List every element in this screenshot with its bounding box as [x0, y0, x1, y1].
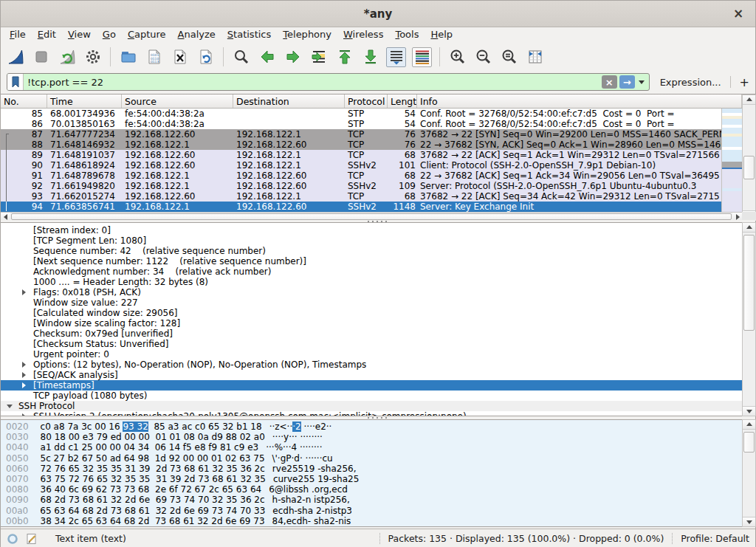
- detail-line[interactable]: [Stream index: 0]: [1, 225, 742, 235]
- bytes-vertical-scrollbar[interactable]: [742, 419, 756, 527]
- hex-row[interactable]: 003080 18 00 e3 79 ed 00 00 01 01 08 0a …: [1, 432, 756, 442]
- menu-telephony[interactable]: Telephony: [277, 27, 337, 44]
- menu-file[interactable]: File: [4, 27, 32, 44]
- menu-go[interactable]: Go: [97, 27, 122, 44]
- packet-row[interactable]: 8871.648146932192.168.122.1192.168.122.6…: [1, 140, 721, 150]
- hex-row[interactable]: 00b038 34 2c 65 63 64 68 2d 73 68 61 32 …: [1, 516, 756, 526]
- detail-line[interactable]: [Window size scaling factor: 128]: [1, 318, 742, 328]
- add-filter-button[interactable]: +: [740, 75, 749, 89]
- detail-line[interactable]: SSH Protocol: [1, 401, 742, 411]
- close-window-button[interactable]: ×: [730, 5, 746, 21]
- menu-view[interactable]: View: [62, 27, 97, 44]
- reload-file-icon[interactable]: [196, 47, 216, 67]
- filter-clear-button[interactable]: ×: [602, 75, 617, 89]
- profile-button[interactable]: Profile: Default: [681, 533, 749, 544]
- scroll-up-button[interactable]: [743, 223, 755, 233]
- packet-row[interactable]: 8971.648191037192.168.122.60192.168.122.…: [1, 150, 721, 160]
- filter-bookmark-icon[interactable]: [7, 74, 24, 90]
- detail-line[interactable]: Options: (12 bytes), No-Operation (NOP),…: [1, 359, 742, 370]
- detail-line[interactable]: [Calculated window size: 29056]: [1, 308, 742, 318]
- expand-icon[interactable]: [22, 382, 26, 388]
- packet-row[interactable]: 8568.001734936fe:54:00:d4:38:2aSTP54Conf…: [1, 109, 721, 119]
- next-packet-icon[interactable]: [283, 47, 303, 67]
- packet-row[interactable]: 8670.013850163fe:54:00:d4:38:2aSTP54Conf…: [1, 119, 721, 129]
- expand-icon[interactable]: [22, 362, 26, 368]
- open-file-folder-icon[interactable]: [118, 47, 138, 67]
- menu-edit[interactable]: Edit: [32, 27, 62, 44]
- detail-line[interactable]: Window size value: 227: [1, 297, 742, 308]
- scroll-up-button[interactable]: [743, 420, 755, 430]
- packet-list-vertical-scrollbar[interactable]: [742, 94, 756, 221]
- scroll-up-button[interactable]: [743, 95, 755, 105]
- menu-tools[interactable]: Tools: [389, 27, 425, 44]
- detail-line[interactable]: Urgent pointer: 0: [1, 349, 742, 359]
- display-filter-input[interactable]: [24, 74, 602, 90]
- scroll-down-button[interactable]: [743, 406, 755, 416]
- expand-icon[interactable]: [22, 372, 26, 378]
- go-to-packet-icon[interactable]: [309, 47, 329, 67]
- packet-row[interactable]: 8771.647777234192.168.122.60192.168.122.…: [1, 129, 721, 140]
- close-file-icon[interactable]: [170, 47, 190, 67]
- detail-line[interactable]: [Timestamps]: [1, 380, 742, 391]
- previous-packet-icon[interactable]: [257, 47, 277, 67]
- scrollbar-thumb[interactable]: [743, 235, 755, 331]
- hex-row[interactable]: 006072 76 65 32 35 35 31 39 2d 73 68 61 …: [1, 464, 756, 474]
- scrollbar-thumb[interactable]: [743, 156, 755, 179]
- packet-row[interactable]: 9071.648618924192.168.122.60192.168.122.…: [1, 160, 721, 171]
- menu-statistics[interactable]: Statistics: [221, 27, 277, 44]
- colorize-icon[interactable]: [412, 47, 432, 67]
- detail-line[interactable]: SSH Version 2 (encryption:chacha20-poly1…: [1, 411, 742, 416]
- collapse-icon[interactable]: [7, 405, 13, 408]
- hex-row[interactable]: 00a065 63 64 68 2d 73 68 61 32 2d 6e 69 …: [1, 506, 756, 516]
- filter-apply-button[interactable]: →: [619, 75, 635, 89]
- hex-row[interactable]: 008036 40 6c 69 62 73 73 68 2e 6f 72 67 …: [1, 484, 756, 495]
- detail-line[interactable]: Acknowledgment number: 34 (relative ack …: [1, 266, 742, 277]
- menu-wireless[interactable]: Wireless: [337, 27, 389, 44]
- column-header-no[interactable]: No.: [1, 94, 47, 108]
- menu-analyze[interactable]: Analyze: [172, 27, 221, 44]
- zoom-out-icon[interactable]: [473, 47, 493, 67]
- detail-line[interactable]: Sequence number: 42 (relative sequence n…: [1, 246, 742, 256]
- first-packet-icon[interactable]: [334, 47, 354, 67]
- scrollbar-thumb[interactable]: [11, 213, 732, 220]
- expert-info-icon[interactable]: [7, 533, 18, 545]
- hex-row[interactable]: 0040a1 dd c1 25 00 00 04 34 06 14 f5 e8 …: [1, 442, 756, 453]
- start-capture-fin-icon[interactable]: [5, 47, 25, 67]
- detail-line[interactable]: Checksum: 0x79ed [unverified]: [1, 328, 742, 339]
- scroll-down-button[interactable]: [743, 517, 755, 526]
- packet-row[interactable]: 9371.662015274192.168.122.60192.168.122.…: [1, 191, 721, 202]
- column-header-destination[interactable]: Destination: [233, 94, 345, 108]
- detail-line[interactable]: TCP payload (1080 bytes): [1, 391, 742, 401]
- packet-row[interactable]: 9471.663856741192.168.122.1192.168.122.6…: [1, 202, 721, 212]
- packet-row[interactable]: 9271.661949820192.168.122.1192.168.122.6…: [1, 181, 721, 191]
- detail-line[interactable]: [SEQ/ACK analysis]: [1, 370, 742, 380]
- zoom-reset-icon[interactable]: [499, 47, 519, 67]
- last-packet-icon[interactable]: [360, 47, 380, 67]
- restart-capture-icon[interactable]: [57, 47, 77, 67]
- capture-options-gear-icon[interactable]: [83, 47, 103, 67]
- detail-line[interactable]: Flags: 0x018 (PSH, ACK): [1, 287, 742, 297]
- auto-scroll-icon[interactable]: [386, 47, 406, 67]
- column-header-time[interactable]: Time: [47, 94, 122, 108]
- zoom-in-icon[interactable]: [447, 47, 467, 67]
- scrollbar-thumb[interactable]: [743, 432, 755, 453]
- save-file-icon[interactable]: 010101100113: [144, 47, 164, 67]
- column-header-length[interactable]: Length: [388, 94, 417, 108]
- menu-help[interactable]: Help: [425, 27, 458, 44]
- detail-line[interactable]: 1000 .... = Header Length: 32 bytes (8): [1, 277, 742, 287]
- column-header-source[interactable]: Source: [122, 94, 233, 108]
- expression-button[interactable]: Expression...: [660, 77, 721, 88]
- column-header-info[interactable]: Info: [417, 94, 742, 108]
- filter-dropdown-icon[interactable]: [639, 80, 645, 84]
- hex-row[interactable]: 009068 2d 73 68 61 32 2d 6e 69 73 74 70 …: [1, 495, 756, 505]
- resize-columns-icon[interactable]: [525, 47, 545, 67]
- expand-icon[interactable]: [22, 289, 26, 295]
- detail-line[interactable]: [Next sequence number: 1122 (relative se…: [1, 256, 742, 266]
- menu-capture[interactable]: Capture: [122, 27, 172, 44]
- find-packet-icon[interactable]: [231, 47, 251, 67]
- detail-line[interactable]: [TCP Segment Len: 1080]: [1, 235, 742, 246]
- column-header-protocol[interactable]: Protocol: [345, 94, 388, 108]
- hex-row[interactable]: 007063 75 72 76 65 32 35 35 31 39 2d 73 …: [1, 474, 756, 484]
- hex-row[interactable]: 0020c0 a8 7a 3c 00 16 93 32 85 a3 ac c0 …: [1, 422, 756, 432]
- details-vertical-scrollbar[interactable]: [742, 222, 756, 416]
